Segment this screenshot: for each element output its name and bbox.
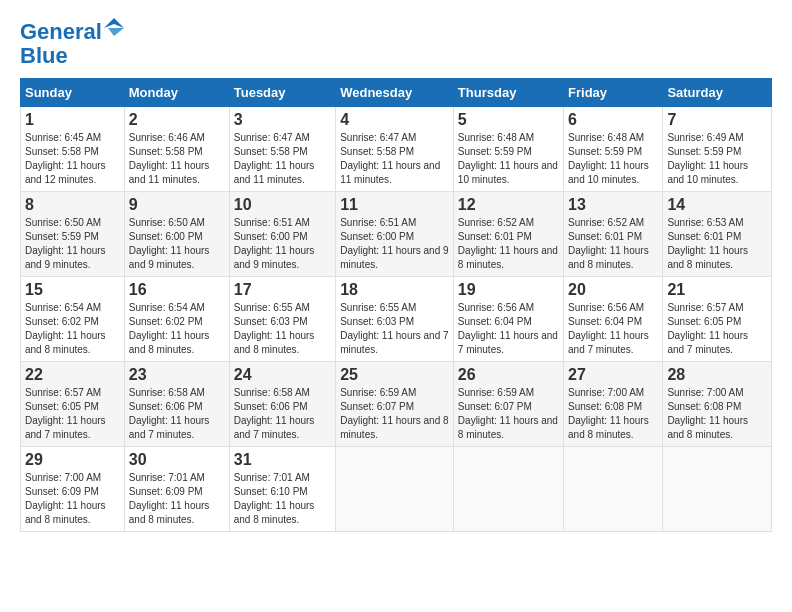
day-info: Sunrise: 6:50 AMSunset: 5:59 PMDaylight:… <box>25 216 120 272</box>
calendar-week-4: 22Sunrise: 6:57 AMSunset: 6:05 PMDayligh… <box>21 362 772 447</box>
day-info: Sunrise: 6:49 AMSunset: 5:59 PMDaylight:… <box>667 131 767 187</box>
calendar-cell <box>564 447 663 532</box>
logo-text: General <box>20 20 102 44</box>
header-thursday: Thursday <box>453 79 563 107</box>
calendar-week-2: 8Sunrise: 6:50 AMSunset: 5:59 PMDaylight… <box>21 192 772 277</box>
calendar-cell: 19Sunrise: 6:56 AMSunset: 6:04 PMDayligh… <box>453 277 563 362</box>
day-number: 13 <box>568 196 658 214</box>
header-friday: Friday <box>564 79 663 107</box>
day-info: Sunrise: 6:46 AMSunset: 5:58 PMDaylight:… <box>129 131 225 187</box>
header-monday: Monday <box>124 79 229 107</box>
day-number: 25 <box>340 366 449 384</box>
day-info: Sunrise: 6:59 AMSunset: 6:07 PMDaylight:… <box>340 386 449 442</box>
day-number: 26 <box>458 366 559 384</box>
day-info: Sunrise: 7:01 AMSunset: 6:10 PMDaylight:… <box>234 471 331 527</box>
calendar-cell: 18Sunrise: 6:55 AMSunset: 6:03 PMDayligh… <box>336 277 454 362</box>
calendar-cell: 10Sunrise: 6:51 AMSunset: 6:00 PMDayligh… <box>229 192 335 277</box>
calendar-cell <box>663 447 772 532</box>
calendar-cell: 3Sunrise: 6:47 AMSunset: 5:58 PMDaylight… <box>229 107 335 192</box>
day-number: 21 <box>667 281 767 299</box>
day-number: 7 <box>667 111 767 129</box>
calendar-cell: 24Sunrise: 6:58 AMSunset: 6:06 PMDayligh… <box>229 362 335 447</box>
day-number: 5 <box>458 111 559 129</box>
day-info: Sunrise: 7:00 AMSunset: 6:08 PMDaylight:… <box>568 386 658 442</box>
day-info: Sunrise: 6:47 AMSunset: 5:58 PMDaylight:… <box>340 131 449 187</box>
calendar-cell: 31Sunrise: 7:01 AMSunset: 6:10 PMDayligh… <box>229 447 335 532</box>
logo: General Blue <box>20 20 124 68</box>
calendar-cell: 11Sunrise: 6:51 AMSunset: 6:00 PMDayligh… <box>336 192 454 277</box>
calendar-cell: 5Sunrise: 6:48 AMSunset: 5:59 PMDaylight… <box>453 107 563 192</box>
calendar-cell: 29Sunrise: 7:00 AMSunset: 6:09 PMDayligh… <box>21 447 125 532</box>
day-info: Sunrise: 6:57 AMSunset: 6:05 PMDaylight:… <box>667 301 767 357</box>
day-info: Sunrise: 6:59 AMSunset: 6:07 PMDaylight:… <box>458 386 559 442</box>
day-info: Sunrise: 6:58 AMSunset: 6:06 PMDaylight:… <box>234 386 331 442</box>
day-info: Sunrise: 6:55 AMSunset: 6:03 PMDaylight:… <box>234 301 331 357</box>
calendar-cell: 6Sunrise: 6:48 AMSunset: 5:59 PMDaylight… <box>564 107 663 192</box>
calendar-cell: 21Sunrise: 6:57 AMSunset: 6:05 PMDayligh… <box>663 277 772 362</box>
day-number: 2 <box>129 111 225 129</box>
calendar-cell: 16Sunrise: 6:54 AMSunset: 6:02 PMDayligh… <box>124 277 229 362</box>
calendar-cell: 15Sunrise: 6:54 AMSunset: 6:02 PMDayligh… <box>21 277 125 362</box>
calendar-cell: 12Sunrise: 6:52 AMSunset: 6:01 PMDayligh… <box>453 192 563 277</box>
day-number: 12 <box>458 196 559 214</box>
day-number: 8 <box>25 196 120 214</box>
header-sunday: Sunday <box>21 79 125 107</box>
calendar-week-3: 15Sunrise: 6:54 AMSunset: 6:02 PMDayligh… <box>21 277 772 362</box>
header-wednesday: Wednesday <box>336 79 454 107</box>
calendar-week-1: 1Sunrise: 6:45 AMSunset: 5:58 PMDaylight… <box>21 107 772 192</box>
day-info: Sunrise: 6:56 AMSunset: 6:04 PMDaylight:… <box>568 301 658 357</box>
calendar-cell: 20Sunrise: 6:56 AMSunset: 6:04 PMDayligh… <box>564 277 663 362</box>
header-saturday: Saturday <box>663 79 772 107</box>
day-number: 18 <box>340 281 449 299</box>
day-number: 17 <box>234 281 331 299</box>
day-info: Sunrise: 6:55 AMSunset: 6:03 PMDaylight:… <box>340 301 449 357</box>
day-info: Sunrise: 6:51 AMSunset: 6:00 PMDaylight:… <box>234 216 331 272</box>
day-number: 6 <box>568 111 658 129</box>
calendar-header-row: SundayMondayTuesdayWednesdayThursdayFrid… <box>21 79 772 107</box>
logo-text-blue: Blue <box>20 44 68 68</box>
day-info: Sunrise: 6:45 AMSunset: 5:58 PMDaylight:… <box>25 131 120 187</box>
svg-marker-0 <box>104 18 124 28</box>
day-info: Sunrise: 6:52 AMSunset: 6:01 PMDaylight:… <box>568 216 658 272</box>
day-number: 28 <box>667 366 767 384</box>
calendar-cell: 2Sunrise: 6:46 AMSunset: 5:58 PMDaylight… <box>124 107 229 192</box>
day-number: 10 <box>234 196 331 214</box>
day-number: 29 <box>25 451 120 469</box>
day-info: Sunrise: 6:51 AMSunset: 6:00 PMDaylight:… <box>340 216 449 272</box>
day-info: Sunrise: 6:57 AMSunset: 6:05 PMDaylight:… <box>25 386 120 442</box>
calendar-cell: 30Sunrise: 7:01 AMSunset: 6:09 PMDayligh… <box>124 447 229 532</box>
day-info: Sunrise: 6:47 AMSunset: 5:58 PMDaylight:… <box>234 131 331 187</box>
day-info: Sunrise: 6:50 AMSunset: 6:00 PMDaylight:… <box>129 216 225 272</box>
day-number: 1 <box>25 111 120 129</box>
day-info: Sunrise: 6:58 AMSunset: 6:06 PMDaylight:… <box>129 386 225 442</box>
calendar-cell: 1Sunrise: 6:45 AMSunset: 5:58 PMDaylight… <box>21 107 125 192</box>
calendar-cell: 13Sunrise: 6:52 AMSunset: 6:01 PMDayligh… <box>564 192 663 277</box>
day-info: Sunrise: 6:48 AMSunset: 5:59 PMDaylight:… <box>458 131 559 187</box>
calendar-week-5: 29Sunrise: 7:00 AMSunset: 6:09 PMDayligh… <box>21 447 772 532</box>
day-number: 23 <box>129 366 225 384</box>
day-number: 14 <box>667 196 767 214</box>
day-info: Sunrise: 7:01 AMSunset: 6:09 PMDaylight:… <box>129 471 225 527</box>
calendar-cell: 4Sunrise: 6:47 AMSunset: 5:58 PMDaylight… <box>336 107 454 192</box>
logo-icon <box>104 18 124 38</box>
calendar-cell: 22Sunrise: 6:57 AMSunset: 6:05 PMDayligh… <box>21 362 125 447</box>
header-tuesday: Tuesday <box>229 79 335 107</box>
calendar-table: SundayMondayTuesdayWednesdayThursdayFrid… <box>20 78 772 532</box>
day-number: 9 <box>129 196 225 214</box>
calendar-cell: 17Sunrise: 6:55 AMSunset: 6:03 PMDayligh… <box>229 277 335 362</box>
day-number: 15 <box>25 281 120 299</box>
calendar-cell: 8Sunrise: 6:50 AMSunset: 5:59 PMDaylight… <box>21 192 125 277</box>
day-number: 31 <box>234 451 331 469</box>
day-number: 20 <box>568 281 658 299</box>
calendar-cell: 14Sunrise: 6:53 AMSunset: 6:01 PMDayligh… <box>663 192 772 277</box>
day-info: Sunrise: 6:54 AMSunset: 6:02 PMDaylight:… <box>129 301 225 357</box>
calendar-cell: 9Sunrise: 6:50 AMSunset: 6:00 PMDaylight… <box>124 192 229 277</box>
day-number: 30 <box>129 451 225 469</box>
day-info: Sunrise: 7:00 AMSunset: 6:09 PMDaylight:… <box>25 471 120 527</box>
calendar-cell: 25Sunrise: 6:59 AMSunset: 6:07 PMDayligh… <box>336 362 454 447</box>
day-number: 11 <box>340 196 449 214</box>
day-info: Sunrise: 7:00 AMSunset: 6:08 PMDaylight:… <box>667 386 767 442</box>
day-info: Sunrise: 6:48 AMSunset: 5:59 PMDaylight:… <box>568 131 658 187</box>
day-info: Sunrise: 6:56 AMSunset: 6:04 PMDaylight:… <box>458 301 559 357</box>
day-number: 22 <box>25 366 120 384</box>
